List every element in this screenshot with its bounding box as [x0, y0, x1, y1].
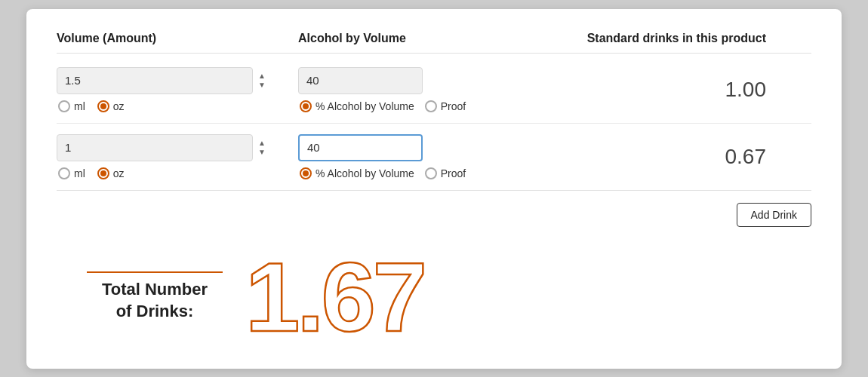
actions-row: Add Drink	[57, 191, 811, 233]
abv-cell-2: % Alcohol by Volume Proof	[298, 134, 525, 179]
abv-proof-label-2[interactable]: Proof	[425, 167, 466, 179]
volume-ml-label-2[interactable]: ml	[58, 167, 85, 179]
volume-cell-1: ▲ ▼ ml oz	[57, 67, 298, 112]
table-row: ▲ ▼ ml oz	[57, 57, 811, 124]
volume-spin-down-2[interactable]: ▼	[256, 148, 268, 157]
volume-ml-radio-2[interactable]	[58, 167, 70, 179]
abv-input-1[interactable]	[298, 67, 423, 94]
volume-oz-label-1[interactable]: oz	[97, 100, 125, 112]
table-row: ▲ ▼ ml oz	[57, 124, 811, 191]
abv-pct-radio-2[interactable]	[300, 167, 312, 179]
volume-oz-radio-2[interactable]	[97, 167, 109, 179]
standard-cell-2: 0.67	[525, 145, 811, 169]
standard-col-header: Standard drinks in this product	[525, 32, 811, 45]
volume-input-wrap-2: ▲ ▼	[57, 134, 298, 161]
abv-pct-label-1[interactable]: % Alcohol by Volume	[300, 100, 414, 112]
volume-cell-2: ▲ ▼ ml oz	[57, 134, 298, 179]
calculator-card: Volume (Amount) Alcohol by Volume Standa…	[26, 9, 842, 369]
volume-spinner-2: ▲ ▼	[256, 139, 268, 157]
volume-ml-radio-1[interactable]	[58, 100, 70, 112]
volume-col-header: Volume (Amount)	[57, 32, 298, 45]
total-section: Total Number of Drinks: 1.67	[57, 233, 811, 346]
abv-type-group-2: % Alcohol by Volume Proof	[298, 167, 525, 179]
drinks-table: Volume (Amount) Alcohol by Volume Standa…	[57, 32, 811, 191]
volume-oz-radio-1[interactable]	[97, 100, 109, 112]
volume-spin-up-1[interactable]: ▲	[256, 72, 268, 81]
volume-oz-label-2[interactable]: oz	[97, 167, 125, 179]
abv-input-wrap-1	[298, 67, 525, 94]
volume-unit-group-1: ml oz	[57, 100, 298, 112]
volume-spin-up-2[interactable]: ▲	[256, 139, 268, 148]
volume-input-2[interactable]	[57, 134, 253, 161]
volume-spin-down-1[interactable]: ▼	[256, 81, 268, 90]
volume-spinner-1: ▲ ▼	[256, 72, 268, 90]
abv-pct-label-2[interactable]: % Alcohol by Volume	[300, 167, 414, 179]
abv-proof-radio-2[interactable]	[425, 167, 437, 179]
volume-unit-group-2: ml oz	[57, 167, 298, 179]
add-drink-button[interactable]: Add Drink	[737, 203, 811, 227]
total-value: 1.67	[245, 248, 424, 346]
abv-pct-radio-1[interactable]	[300, 100, 312, 112]
abv-cell-1: % Alcohol by Volume Proof	[298, 67, 525, 112]
volume-input-wrap-1: ▲ ▼	[57, 67, 298, 94]
volume-ml-label-1[interactable]: ml	[58, 100, 85, 112]
standard-drinks-value-2: 0.67	[525, 145, 811, 169]
abv-input-wrap-2	[298, 134, 525, 161]
standard-drinks-value-1: 1.00	[525, 78, 811, 102]
volume-input-1[interactable]	[57, 67, 253, 94]
abv-input-2[interactable]	[298, 134, 423, 161]
total-label: Total Number of Drinks:	[87, 271, 223, 322]
abv-proof-radio-1[interactable]	[425, 100, 437, 112]
standard-cell-1: 1.00	[525, 78, 811, 102]
abv-col-header: Alcohol by Volume	[298, 32, 525, 45]
abv-type-group-1: % Alcohol by Volume Proof	[298, 100, 525, 112]
abv-proof-label-1[interactable]: Proof	[425, 100, 466, 112]
table-header: Volume (Amount) Alcohol by Volume Standa…	[57, 32, 811, 54]
